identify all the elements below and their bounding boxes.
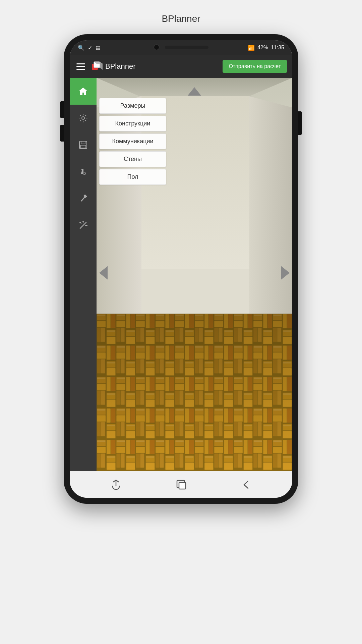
right-wall — [249, 96, 292, 322]
status-icons-left: 🔍 ✓ ▤ — [78, 45, 101, 51]
phone-device: 🔍 ✓ ▤ 📶 42% 11:35 — [64, 34, 298, 504]
svg-marker-32 — [99, 266, 108, 280]
top-bar: BPlanner Отправить на расчет — [70, 55, 292, 78]
send-button[interactable]: Отправить на расчет — [223, 60, 287, 73]
copy-button[interactable] — [172, 476, 190, 494]
svg-point-18 — [86, 225, 87, 226]
volume-button-2 — [60, 125, 64, 142]
svg-rect-35 — [179, 482, 186, 489]
3d-view-area[interactable]: Размеры Конструкции Коммуникации Стены П… — [97, 78, 292, 471]
redo-button[interactable] — [107, 475, 125, 494]
main-content: Размеры Конструкции Коммуникации Стены П… — [70, 78, 292, 471]
sidebar-item-home[interactable] — [70, 78, 97, 105]
bottom-bar — [70, 471, 292, 498]
search-status-icon: 🔍 — [78, 45, 84, 51]
battery-text: 42% — [257, 45, 268, 51]
svg-marker-31 — [188, 87, 201, 96]
nav-left-arrow[interactable] — [99, 266, 109, 283]
logo-text: BPlanner — [105, 62, 136, 71]
camera — [154, 44, 160, 50]
speaker — [165, 46, 208, 49]
status-right: 📶 42% 11:35 — [248, 45, 284, 51]
dropdown-item-communications[interactable]: Коммуникации — [99, 133, 166, 149]
phone-screen: 🔍 ✓ ▤ 📶 42% 11:35 — [70, 40, 292, 498]
svg-rect-7 — [81, 141, 85, 144]
dropdown-item-walls[interactable]: Стены — [99, 151, 166, 167]
dropdown-item-dimensions[interactable]: Размеры — [99, 98, 166, 114]
back-button[interactable] — [237, 476, 255, 494]
dropdown-menu: Размеры Конструкции Коммуникации Стены П… — [99, 98, 166, 185]
svg-rect-8 — [80, 145, 86, 148]
sidebar-item-hammer[interactable] — [70, 185, 97, 212]
time-text: 11:35 — [271, 45, 284, 51]
dropdown-item-constructions[interactable]: Конструкции — [99, 116, 166, 131]
sidebar-item-paint[interactable] — [70, 158, 97, 185]
msg-status-icon: ▤ — [96, 45, 101, 51]
svg-rect-30 — [97, 314, 292, 471]
power-button — [298, 111, 302, 135]
check-status-icon: ✓ — [88, 45, 92, 51]
svg-point-17 — [82, 221, 84, 222]
floor-svg — [97, 314, 292, 471]
svg-marker-4 — [100, 62, 103, 70]
sidebar-item-settings[interactable] — [70, 105, 97, 131]
svg-point-16 — [79, 222, 81, 223]
logo-icon — [90, 60, 103, 72]
page-title: BPlanner — [162, 13, 200, 24]
nav-right-arrow[interactable] — [280, 266, 290, 283]
logo-area: BPlanner — [90, 60, 219, 72]
sidebar-item-save[interactable] — [70, 131, 97, 158]
dropdown-item-floor[interactable]: Пол — [99, 169, 166, 185]
svg-rect-9 — [81, 169, 83, 170]
svg-point-5 — [82, 117, 84, 119]
nav-up-arrow[interactable] — [188, 85, 201, 100]
wifi-icon: 📶 — [248, 45, 255, 51]
sidebar — [70, 78, 97, 471]
volume-button — [60, 101, 64, 118]
hamburger-button[interactable] — [75, 62, 86, 71]
floor — [97, 314, 292, 471]
room-3d: Размеры Конструкции Коммуникации Стены П… — [97, 78, 292, 471]
svg-marker-33 — [281, 266, 290, 280]
sidebar-item-magic[interactable] — [70, 212, 97, 239]
